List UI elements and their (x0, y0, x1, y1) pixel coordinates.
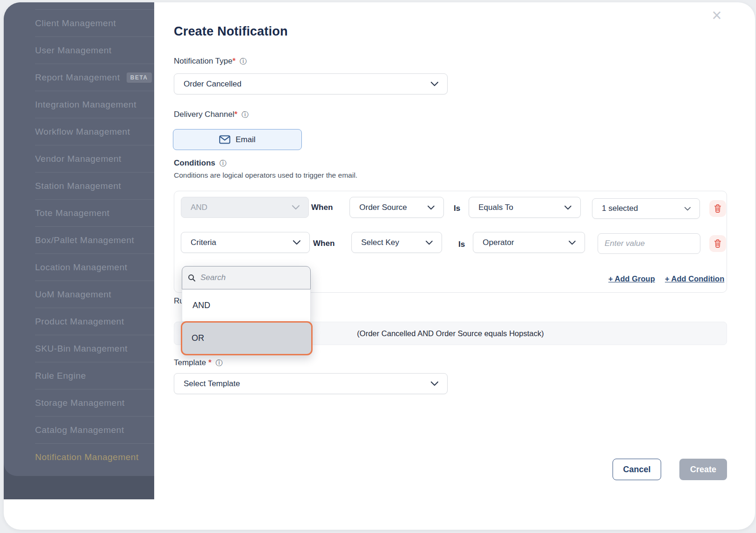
sidebar-item-user-management[interactable]: User Management (35, 37, 154, 64)
sidebar-item-sku-bin-management[interactable]: SKU-Bin Management (35, 335, 154, 362)
template-select[interactable]: Select Template (174, 373, 448, 394)
cancel-button[interactable]: Cancel (613, 459, 661, 480)
sidebar-item-report-management[interactable]: Report ManagementBETA (35, 64, 154, 91)
selected-value: Equals To (478, 203, 513, 212)
sidebar-item-label: Rule Engine (35, 371, 86, 381)
sidebar-item-label: Box/Pallet Management (35, 235, 134, 245)
sidebar-item-catalog-management[interactable]: Catalog Management (35, 417, 154, 444)
create-button[interactable]: Create (679, 459, 727, 480)
chevron-down-icon (430, 379, 439, 389)
notification-type-select[interactable]: Order Cancelled (174, 73, 448, 94)
label-text: Template (174, 358, 206, 367)
sidebar-item-storage-management[interactable]: Storage Management (35, 389, 154, 417)
selected-value: Select Template (184, 379, 240, 389)
rule-summary-text: (Order Cancelled AND Order Source equals… (357, 329, 544, 338)
key-select-row2[interactable]: Select Key (351, 232, 442, 253)
sidebar-item-label: Vendor Management (35, 154, 121, 164)
logic-select-row2[interactable]: Criteria (181, 232, 310, 253)
sidebar-item-box-pallet-management[interactable]: Box/Pallet Management (35, 227, 154, 254)
sidebar-item-label: Storage Management (35, 398, 125, 408)
sidebar-item-station-management[interactable]: Station Management (35, 173, 154, 200)
when-label-row1: When (311, 203, 333, 212)
chevron-down-icon (684, 204, 691, 213)
dropdown-option-or[interactable]: OR (181, 321, 313, 355)
search-input[interactable] (200, 273, 305, 283)
sidebar-overlay-area: Client Management User Management Report… (4, 2, 154, 499)
sidebar-item-rule-engine[interactable]: Rule Engine (35, 362, 154, 389)
value-input-row2[interactable] (598, 233, 700, 254)
sidebar-item-notification-management[interactable]: Notification Management (35, 444, 154, 470)
email-channel-button[interactable]: Email (173, 129, 302, 150)
label-text: Conditions (174, 158, 215, 168)
sidebar: Client Management User Management Report… (4, 2, 154, 476)
chevron-down-icon (568, 238, 576, 247)
info-icon: ⓘ (242, 110, 249, 119)
close-icon[interactable]: × (709, 8, 724, 23)
chevron-down-icon (430, 79, 439, 89)
required-asterisk: * (208, 358, 212, 367)
sidebar-item-label: Tote Management (35, 208, 110, 218)
label-text: Delivery Channel (174, 110, 234, 119)
is-label-row2: Is (458, 240, 465, 249)
sidebar-item-label: SKU-Bin Management (35, 344, 128, 354)
when-label-row2: When (313, 239, 335, 248)
selected-value: 1 selected (602, 204, 638, 213)
dropdown-search[interactable] (182, 266, 311, 289)
logic-select-row1[interactable]: AND (181, 197, 309, 218)
selected-value: Criteria (191, 238, 216, 247)
sidebar-item-label: Location Management (35, 262, 128, 273)
sidebar-item-tote-management[interactable]: Tote Management (35, 200, 154, 227)
conditions-label: Conditions ⓘ (174, 158, 227, 168)
chevron-down-icon (427, 203, 435, 212)
add-condition-link[interactable]: + Add Condition (665, 274, 724, 283)
sidebar-nav: Client Management User Management Report… (4, 9, 154, 470)
sidebar-item-label: Catalog Management (35, 425, 124, 435)
info-icon: ⓘ (220, 159, 227, 168)
sidebar-item-label: Workflow Management (35, 127, 130, 137)
delivery-channel-label: Delivery Channel* ⓘ (174, 110, 249, 119)
selected-value: Order Source (359, 203, 407, 212)
search-icon (188, 274, 196, 282)
sidebar-item-label: UoM Management (35, 289, 111, 300)
dropdown-option-and[interactable]: AND (182, 289, 310, 321)
selected-value: AND (191, 203, 207, 212)
sidebar-item-integration-management[interactable]: Integration Management (35, 91, 154, 118)
required-asterisk: * (232, 57, 235, 66)
delete-condition-button-row1[interactable] (709, 200, 726, 217)
sidebar-item-label: Notification Management (35, 452, 139, 462)
sidebar-item-vendor-management[interactable]: Vendor Management (35, 145, 154, 173)
beta-badge: BETA (127, 72, 152, 83)
operator-select-row2[interactable]: Operator (473, 232, 585, 253)
is-label-row1: Is (454, 204, 460, 213)
chevron-down-icon (564, 203, 572, 212)
sidebar-item-label: Report Management (35, 72, 120, 83)
key-select-row1[interactable]: Order Source (349, 197, 444, 218)
selected-value: Operator (483, 238, 514, 247)
operator-select-row1[interactable]: Equals To (469, 197, 581, 218)
sidebar-item-workflow-management[interactable]: Workflow Management (35, 118, 154, 145)
trash-icon (713, 239, 722, 248)
info-icon: ⓘ (216, 359, 223, 367)
sidebar-item-label: Client Management (35, 18, 116, 29)
dropdown-options: AND (182, 289, 311, 322)
delete-condition-button-row2[interactable] (709, 235, 726, 252)
sidebar-item-uom-management[interactable]: UoM Management (35, 281, 154, 308)
trash-icon (713, 204, 722, 213)
label-text: Notification Type (174, 57, 232, 66)
chevron-down-icon (292, 203, 300, 212)
notification-type-label: Notification Type* ⓘ (174, 57, 247, 66)
info-icon: ⓘ (240, 57, 247, 66)
email-icon (219, 135, 230, 144)
value-select-row1[interactable]: 1 selected (592, 198, 700, 219)
sidebar-item-location-management[interactable]: Location Management (35, 254, 154, 281)
logic-dropdown: AND (182, 266, 311, 322)
chevron-down-icon (292, 238, 301, 247)
sidebar-item-product-management[interactable]: Product Management (35, 308, 154, 335)
required-asterisk: * (234, 110, 237, 119)
chevron-down-icon (425, 238, 433, 247)
sidebar-item-label: User Management (35, 45, 112, 56)
sidebar-item-client-management[interactable]: Client Management (35, 9, 154, 37)
add-group-link[interactable]: + Add Group (608, 274, 655, 283)
email-channel-label: Email (235, 135, 256, 144)
selected-value: Select Key (361, 238, 399, 247)
